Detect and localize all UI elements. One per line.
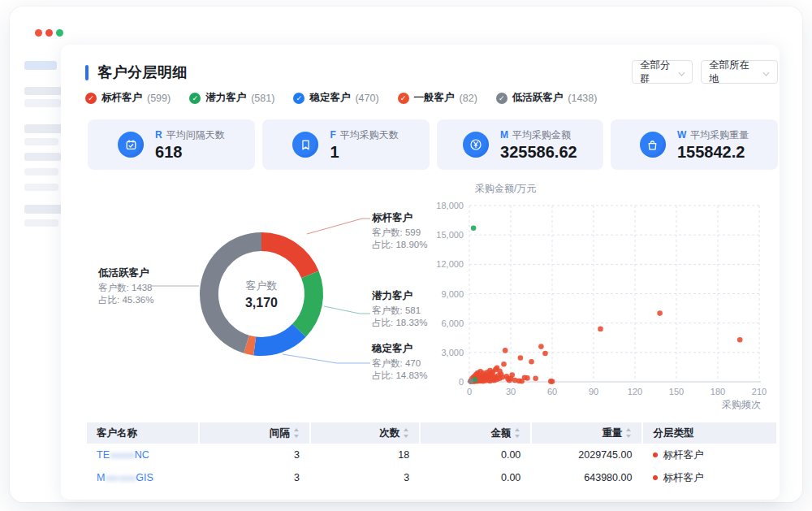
kpi-value: 325586.62: [500, 143, 577, 162]
panel-header: 客户分层明细: [85, 63, 188, 82]
bag-icon: [640, 132, 666, 158]
svg-text:3,000: 3,000: [441, 348, 464, 357]
type-dot-icon: [653, 453, 658, 457]
window-minimize-button[interactable]: [45, 29, 53, 37]
kpi-card-recency: R平均间隔天数 618: [88, 119, 255, 170]
svg-text:12,000: 12,000: [436, 259, 464, 269]
customer-name-link[interactable]: TEooooooNC: [97, 449, 149, 461]
title-accent-bar: [85, 65, 89, 80]
sidebar-skeleton-bar: [24, 138, 58, 145]
col-header-interval[interactable]: 间隔: [200, 422, 309, 444]
bookmark-icon: [292, 132, 318, 158]
cell-amount: 0.00: [421, 444, 530, 466]
yuan-coin-icon: [463, 132, 489, 158]
kpi-card-monetary: M平均采购金额 325586.62: [437, 119, 604, 170]
cell-times: 18: [311, 444, 419, 466]
svg-text:90: 90: [589, 387, 598, 396]
svg-text:15,000: 15,000: [436, 230, 464, 240]
redacted-text: ooo oooo: [105, 473, 136, 483]
svg-text:18,000: 18,000: [436, 201, 464, 210]
kpi-cards: R平均间隔天数 618 F平均采购天数 1 M平均采购金额: [88, 119, 778, 170]
cell-interval: 3: [200, 444, 309, 466]
redacted-text: oooooo: [110, 450, 135, 460]
svg-text:180: 180: [710, 387, 725, 396]
sidebar-skeleton-bar: [24, 99, 61, 107]
kpi-value: 1: [330, 143, 398, 162]
check-circle-icon: [293, 93, 304, 104]
kpi-card-weight: W平均采购重量 155842.2: [611, 119, 778, 170]
table-row: Mooo ooooGIS 3 3 0.00 643980.00 标杆客户: [87, 466, 776, 489]
check-circle-icon: [398, 93, 409, 104]
svg-text:30: 30: [506, 387, 516, 396]
sort-icon[interactable]: [293, 428, 300, 438]
sidebar-skeleton-bar: [24, 124, 63, 133]
legend-item-biaogan[interactable]: 标杆客户 (599): [85, 91, 171, 105]
svg-text:0: 0: [459, 377, 464, 387]
donut-callout-dihuoyue: 低活跃客户 客户数: 1438 占比: 45.36%: [98, 266, 204, 305]
kpi-label: 平均采购天数: [340, 128, 399, 142]
svg-text:120: 120: [628, 387, 642, 396]
kpi-card-frequency: F平均采购天数 1: [262, 119, 430, 170]
window-close-button[interactable]: [35, 29, 42, 37]
svg-text:9,000: 9,000: [441, 289, 464, 299]
sidebar-skeleton-bar: [24, 168, 58, 175]
svg-text:采购金额/万元: 采购金额/万元: [475, 183, 536, 194]
cell-weight: 2029745.00: [532, 444, 641, 466]
customer-segment-panel: 客户分层明细 全部分群 全部所在地 标杆客户 (599) 潜力客户 (581) …: [61, 45, 780, 500]
table-header-row: 客户名称 间隔 次数 金额 重量 分层类型: [87, 422, 776, 444]
col-header-type: 分层类型: [643, 422, 776, 444]
customer-table: 客户名称 间隔 次数 金额 重量 分层类型 TEooooooNC 3 18 0.…: [85, 422, 778, 489]
legend-item-yiban[interactable]: 一般客户 (82): [398, 91, 477, 105]
cell-times: 3: [311, 466, 419, 489]
sidebar-skeleton-bar: [24, 61, 57, 70]
check-circle-icon: [189, 93, 201, 104]
cell-type: 标杆客户: [663, 449, 703, 461]
sort-icon[interactable]: [514, 428, 520, 438]
donut-center-label: 客户数 3,170: [213, 279, 310, 310]
kpi-value: 618: [155, 143, 225, 162]
calendar-icon: [118, 132, 144, 158]
col-header-amount[interactable]: 金额: [421, 422, 530, 444]
cell-amount: 0.00: [421, 466, 530, 489]
col-header-times[interactable]: 次数: [311, 422, 419, 444]
cell-weight: 643980.00: [532, 466, 641, 489]
cell-interval: 3: [200, 466, 309, 489]
segment-legend: 标杆客户 (599) 潜力客户 (581) 稳定客户 (470) 一般客户 (8…: [85, 91, 597, 105]
group-filter-value: 全部分群: [640, 58, 674, 86]
sort-icon[interactable]: [403, 428, 409, 438]
col-header-weight[interactable]: 重量: [532, 422, 641, 444]
svg-text:6,000: 6,000: [441, 318, 464, 328]
kpi-label: 平均间隔天数: [166, 128, 225, 142]
sidebar-skeleton-bar: [24, 219, 58, 227]
svg-text:60: 60: [547, 387, 557, 396]
svg-text:150: 150: [669, 387, 684, 396]
scatter-chart[interactable]: 030609012015018021003,0006,0009,00012,00…: [386, 175, 784, 418]
window-zoom-button[interactable]: [56, 29, 63, 37]
check-circle-icon: [85, 93, 97, 104]
chevron-down-icon: [679, 69, 685, 76]
table-row: TEooooooNC 3 18 0.00 2029745.00 标杆客户: [87, 444, 776, 466]
legend-item-dihuoyue[interactable]: 低活跃客户 (1438): [496, 91, 598, 105]
legend-item-wending[interactable]: 稳定客户 (470): [293, 91, 378, 105]
sidebar-skeleton-bar: [24, 184, 58, 191]
page-title: 客户分层明细: [97, 63, 188, 82]
col-header-name: 客户名称: [87, 422, 198, 444]
type-dot-icon: [653, 475, 658, 480]
kpi-label: 平均采购金额: [512, 128, 571, 142]
group-filter-select[interactable]: 全部分群: [632, 60, 693, 84]
location-filter-value: 全部所在地: [709, 58, 758, 86]
svg-text:210: 210: [752, 387, 767, 396]
customer-name-link[interactable]: Mooo ooooGIS: [97, 472, 153, 483]
location-filter-select[interactable]: 全部所在地: [701, 60, 778, 84]
svg-text:采购频次: 采购频次: [722, 399, 761, 410]
cell-type: 标杆客户: [663, 472, 703, 483]
sort-icon[interactable]: [625, 428, 632, 438]
chevron-down-icon: [763, 69, 770, 76]
kpi-label: 平均采购重量: [690, 128, 749, 142]
check-circle-icon: [496, 93, 508, 104]
legend-item-qianli[interactable]: 潜力客户 (581): [189, 91, 274, 105]
sidebar-skeleton-bar: [24, 153, 61, 161]
kpi-value: 155842.2: [677, 143, 749, 162]
svg-text:0: 0: [467, 387, 472, 396]
